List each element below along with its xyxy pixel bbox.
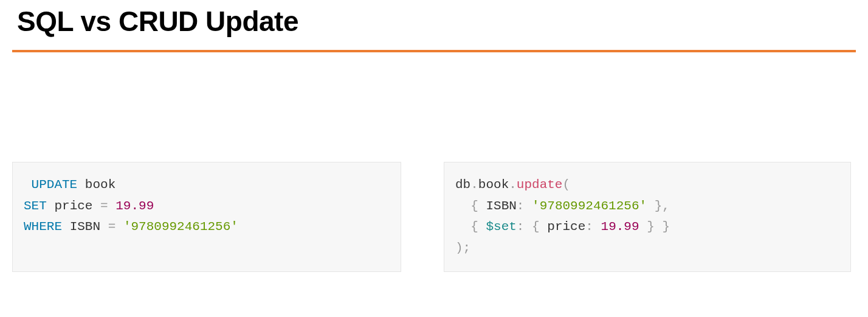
sql-keyword-update: UPDATE [32, 178, 78, 192]
code-columns: UPDATE book SET price = 19.99 WHERE ISBN… [12, 162, 856, 284]
crud-colon2: : [517, 220, 525, 234]
crud-isbn-val: '9780992461256' [532, 199, 647, 213]
crud-book: book [478, 178, 509, 192]
sql-table: book [85, 178, 115, 192]
crud-dot2: . [509, 178, 517, 192]
crud-brace-o2: { [470, 220, 478, 234]
crud-close-paren: ) [455, 241, 463, 255]
slide-title: SQL vs CRUD Update [12, 0, 856, 50]
crud-price-key: price [547, 220, 585, 234]
crud-code-block: db.book.update( { ISBN: '9780992461256' … [444, 162, 851, 272]
crud-brace-c1: } [655, 199, 663, 213]
crud-open-paren: ( [562, 178, 570, 192]
crud-semi: ; [463, 241, 471, 255]
divider [12, 50, 856, 52]
sql-eq2: = [108, 220, 116, 234]
crud-update-method: update [517, 178, 563, 192]
sql-field-price: price [54, 199, 92, 213]
crud-comma1: , [662, 199, 670, 213]
crud-isbn-key: ISBN [486, 199, 516, 213]
sql-field-isbn: ISBN [70, 220, 100, 234]
sql-eq1: = [100, 199, 108, 213]
sql-isbn-value: '9780992461256' [123, 220, 238, 234]
crud-brace-o3: { [532, 220, 540, 234]
crud-brace-c3: } [647, 220, 655, 234]
crud-db: db [455, 178, 470, 192]
slide-container: SQL vs CRUD Update UPDATE book SET price… [0, 0, 868, 284]
crud-set-key: $set [486, 220, 516, 234]
sql-keyword-set: SET [24, 199, 47, 213]
sql-price-value: 19.99 [115, 199, 154, 213]
crud-price-val: 19.99 [601, 220, 639, 234]
crud-colon1: : [517, 199, 525, 213]
crud-dot1: . [470, 178, 478, 192]
sql-code-block: UPDATE book SET price = 19.99 WHERE ISBN… [12, 162, 401, 272]
crud-brace-o1: { [470, 199, 478, 213]
crud-brace-c2: } [662, 220, 670, 234]
sql-keyword-where: WHERE [24, 220, 62, 234]
crud-colon3: : [585, 220, 593, 234]
